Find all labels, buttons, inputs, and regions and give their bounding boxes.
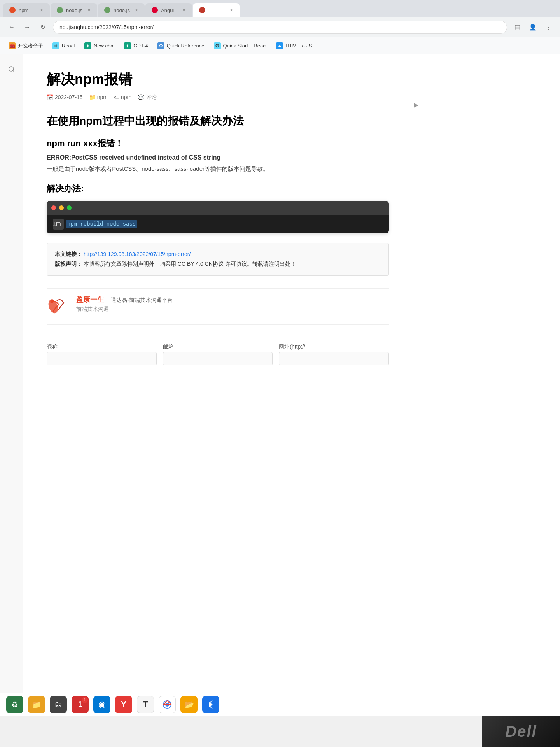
address-input[interactable]: noujianghu.com/2022/07/15/npm-error/	[53, 21, 507, 34]
footer-link-row: 本文链接： http://139.129.98.183/2022/07/15/n…	[55, 249, 381, 259]
tab-label-nodejs1: node.js	[66, 7, 82, 13]
copy-icon[interactable]	[53, 219, 64, 230]
footer-copyright-label: 版权声明：	[55, 261, 82, 267]
bookmark-icon-react: ⚛	[52, 42, 60, 49]
article-footer: 本文链接： http://139.129.98.183/2022/07/15/n…	[47, 243, 389, 275]
bookmark-label-quickstart: Quick Start – React	[223, 43, 267, 49]
bookmark-icon-devbox: 🧰	[9, 42, 16, 49]
taskbar-icon-folder[interactable]: 📁	[28, 696, 45, 713]
bookmark-icon-newchat: ✦	[84, 42, 91, 49]
tab-close-nodejs1[interactable]: ✕	[87, 7, 91, 13]
bookmark-newchat[interactable]: ✦ New chat	[80, 41, 119, 51]
tab-nodejs1[interactable]: node.js ✕	[51, 3, 97, 17]
bookmark-icon-quickref: ⚙	[158, 42, 164, 49]
code-text[interactable]: npm rebuild node-sass	[66, 220, 137, 228]
tab-close-npm[interactable]: ✕	[40, 7, 44, 13]
tab-npm[interactable]: npm ✕	[3, 3, 50, 17]
bookmark-htmltojs[interactable]: ● HTML to JS	[272, 41, 316, 51]
footer-copyright-text: 本博客所有文章除特别声明外，均采用 CC BY 4.0 CN协议 许可协议。转载…	[84, 261, 296, 267]
chrome-icon	[162, 700, 172, 710]
bookmark-label-quickref: Quick Reference	[167, 43, 205, 49]
tab-icon-active	[199, 7, 205, 13]
form-name-input[interactable]	[47, 352, 157, 365]
search-icon[interactable]	[5, 62, 19, 76]
bookmark-react[interactable]: ⚛ React	[49, 41, 79, 51]
profile-button[interactable]: 👤	[527, 22, 538, 33]
tab-close-angular[interactable]: ✕	[182, 7, 186, 13]
form-website-group: 网址(http://	[279, 344, 389, 365]
meta-comments[interactable]: 💬 评论	[138, 94, 157, 101]
meta-tag-text: npm	[121, 94, 131, 100]
folder2-icon: 📂	[184, 700, 194, 709]
taskbar-icon-badge[interactable]: 1 1	[72, 696, 89, 713]
meta-category-text: npm	[97, 94, 108, 100]
bookmark-quickref[interactable]: ⚙ Quick Reference	[154, 41, 208, 51]
description-text: 一般是由于node版本或者PostCSS、node-sass、sass-load…	[47, 164, 389, 174]
tab-active[interactable]: ✕	[193, 3, 240, 17]
tab-nodejs2[interactable]: node.js ✕	[98, 3, 145, 17]
bookmark-gpt4[interactable]: ✦ GPT-4	[120, 41, 152, 51]
solution-title: 解决办法:	[47, 183, 389, 195]
tab-icon-angular	[152, 7, 158, 13]
menu-button[interactable]: ⋮	[543, 22, 554, 33]
dell-logo-area: Dell	[482, 716, 560, 747]
author-platform: 通达易-前端技术沟通平台	[111, 297, 173, 303]
article-heading: 在使用npm过程中出现的报错及解决办法	[47, 113, 389, 128]
meta-category: 📁 npm	[89, 94, 108, 100]
section-npm-error: npm run xxx报错！ ERROR:PostCSS received un…	[47, 138, 389, 174]
tab-label-angular: Angul	[161, 7, 174, 13]
taskbar-icon-files[interactable]: 🗂	[50, 696, 67, 713]
form-website-label: 网址(http://	[279, 344, 389, 351]
form-email-input[interactable]	[163, 352, 273, 365]
bookmark-icon-htmltojs: ●	[276, 42, 283, 49]
form-website-input[interactable]	[279, 352, 389, 365]
taskbar-icon-folder2[interactable]: 📂	[180, 696, 198, 713]
code-block-container: 1 npm rebuild node-sass	[47, 201, 389, 233]
footer-link-url[interactable]: http://139.129.98.183/2022/07/15/npm-err…	[84, 251, 191, 257]
t-icon: T	[143, 700, 148, 709]
bookmark-quickstart[interactable]: ⚙ Quick Start – React	[210, 41, 271, 51]
author-section: 盈康一生 通达易-前端技术沟通平台 前端技术沟通	[47, 288, 389, 325]
form-name-label: 昵称	[47, 344, 157, 351]
article-area: 解决npm报错 📅 2022-07-15 📁 npm 🏷 npm 💬 评论 在使…	[23, 54, 412, 693]
form-name-group: 昵称	[47, 344, 157, 365]
error-text: ERROR:PostCSS received undefined instead…	[47, 154, 389, 161]
author-name-text: 盈康一生	[76, 296, 104, 303]
tab-angular[interactable]: Angul ✕	[145, 3, 192, 17]
footer-link-label: 本文链接：	[55, 251, 82, 257]
taskbar-icon-recycle[interactable]: ♻	[6, 696, 23, 713]
address-bar: ← → ↻ noujianghu.com/2022/07/15/npm-erro…	[0, 17, 560, 37]
comment-section: 昵称 邮箱 网址(http://	[47, 337, 389, 365]
scroll-arrow-right: ▶	[414, 101, 418, 109]
taskbar-icon-chrome[interactable]	[159, 696, 176, 713]
folder-icon-taskbar: 📁	[32, 700, 42, 709]
taskbar-icon-vscode[interactable]	[202, 696, 219, 713]
tab-close-nodejs2[interactable]: ✕	[135, 7, 138, 13]
taskbar-icon-t[interactable]: T	[137, 696, 154, 713]
tab-close-active[interactable]: ✕	[229, 7, 233, 13]
tag-icon: 🏷	[114, 94, 119, 100]
comment-icon: 💬	[138, 94, 144, 100]
bookmark-devbox[interactable]: 🧰 开发者盒子	[5, 41, 47, 51]
extensions-button[interactable]: ▤	[512, 22, 523, 33]
author-info: 盈康一生 通达易-前端技术沟通平台 前端技术沟通	[76, 295, 173, 313]
form-email-group: 邮箱	[163, 344, 273, 365]
meta-date-text: 2022-07-15	[55, 94, 83, 100]
folder-icon: 📁	[89, 94, 96, 100]
calendar-icon: 📅	[47, 94, 53, 100]
notification-badge: 1	[82, 697, 88, 703]
author-tagline: 前端技术沟通	[76, 306, 173, 313]
forward-button[interactable]: →	[22, 22, 33, 33]
meta-comments-text: 评论	[146, 94, 157, 101]
y-icon: Y	[121, 700, 126, 709]
author-logo	[47, 295, 70, 318]
refresh-button[interactable]: ↻	[37, 22, 48, 33]
edge-icon: ◉	[98, 700, 106, 710]
back-button[interactable]: ←	[6, 22, 17, 33]
recycle-icon: ♻	[11, 700, 18, 709]
taskbar-icon-edge[interactable]: ◉	[93, 696, 110, 713]
meta-date: 📅 2022-07-15	[47, 94, 83, 100]
taskbar-icon-y[interactable]: Y	[115, 696, 132, 713]
author-name: 盈康一生 通达易-前端技术沟通平台	[76, 295, 173, 304]
meta-tag: 🏷 npm	[114, 94, 131, 100]
